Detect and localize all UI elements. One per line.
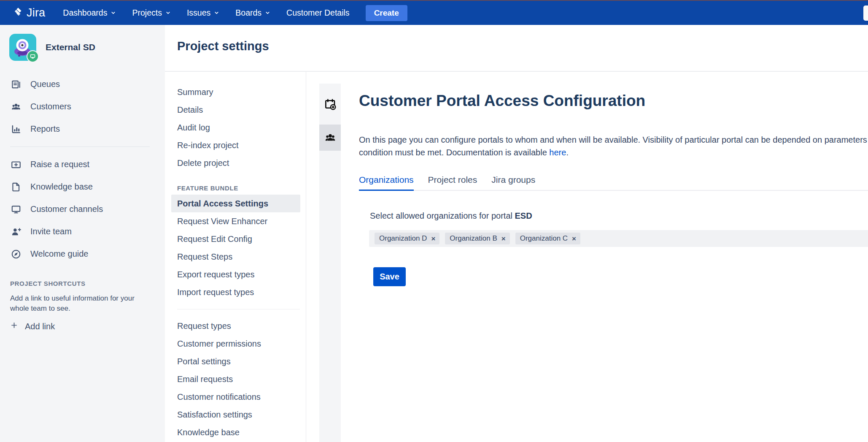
settings-item-delete-project[interactable]: Delete project [165,154,306,172]
project-sidebar: External SD Queues Custom [0,25,165,442]
sidebar-item-raise-request[interactable]: Raise a request [0,153,165,176]
settings-item-email-requests[interactable]: Email requests [165,370,306,388]
documentation-link[interactable]: here [549,148,566,157]
sidebar-item-invite-team[interactable]: Invite team [0,220,165,243]
sidebar-item-label: Raise a request [30,160,89,169]
raise-request-icon [10,159,22,170]
project-name: External SD [46,42,95,52]
chevron-down-icon [111,8,116,18]
sidebar-item-label: Customers [30,102,71,111]
sidebar-item-label: Knowledge base [30,182,93,192]
service-desk-badge [27,50,39,62]
organization-tag[interactable]: Organization D × [375,233,439,244]
sidebar-item-label: Queues [30,79,60,89]
monitor-icon [30,53,36,60]
sidebar-item-knowledge-base[interactable]: Knowledge base [0,176,165,198]
project-avatar[interactable] [9,34,36,61]
reports-icon [10,124,22,135]
save-button[interactable]: Save [373,267,406,286]
settings-item-satisfaction-settings[interactable]: Satisfaction settings [165,406,306,423]
settings-item-customer-permissions[interactable]: Customer permissions [165,335,306,353]
nav-menu: Dashboards Projects Issues Boards Custom… [63,8,349,18]
settings-item-knowledge-base[interactable]: Knowledge base [165,423,306,441]
invite-team-icon [10,226,22,237]
sidebar-menu: Queues Customers [0,73,165,265]
project-header: External SD [9,34,95,61]
sidebar-item-label: Welcome guide [30,249,88,259]
sidebar-item-customer-channels[interactable]: Customer channels [0,198,165,220]
tab-project-roles[interactable]: Project roles [428,175,477,191]
jira-logo[interactable]: Jira [13,6,45,19]
tab-bar: Organizations Project roles Jira groups [359,175,868,191]
description-suffix: . [566,148,569,157]
chevron-down-icon [265,8,270,18]
settings-item-reindex-project[interactable]: Re-index project [165,136,306,154]
plus-icon [10,321,18,331]
nav-item-issues[interactable]: Issues [187,8,219,18]
groups-icon [324,131,337,144]
feature-icon-rail [319,84,341,442]
sidebar-item-label: Customer channels [30,204,103,214]
portal-access-main-panel: Customer Portal Access Configuration On … [307,72,868,442]
settings-item-customer-notifications[interactable]: Customer notifications [165,388,306,406]
nav-item-dashboards[interactable]: Dashboards [63,8,116,18]
welcome-guide-icon [10,249,22,260]
sidebar-item-customers[interactable]: Customers [0,95,165,118]
settings-item-request-view-enhancer[interactable]: Request View Enhancer [165,212,306,230]
chevron-down-icon [165,8,171,18]
organization-tag[interactable]: Organization B × [445,233,509,244]
main-heading: Customer Portal Access Configuration [359,92,645,110]
jira-logo-text: Jira [27,6,45,19]
settings-item-details[interactable]: Details [165,101,306,119]
sidebar-divider [10,146,150,147]
remove-tag-icon[interactable]: × [431,235,435,242]
create-button[interactable]: Create [366,5,407,21]
page-title: Project settings [177,39,269,53]
sidebar-item-queues[interactable]: Queues [0,73,165,95]
customers-icon [10,101,22,112]
chevron-down-icon [214,8,219,18]
settings-menu-divider [177,309,300,309]
remove-tag-icon[interactable]: × [501,235,506,242]
organization-tag-label: Organization B [450,234,497,243]
calendar-add-icon [324,98,337,111]
description-text: On this page you can configure portals t… [359,135,868,157]
sidebar-item-welcome-guide[interactable]: Welcome guide [0,243,165,265]
settings-header: Project settings [165,25,868,72]
settings-item-request-edit-config[interactable]: Request Edit Config [165,230,306,248]
settings-item-request-types[interactable]: Request types [165,317,306,335]
portal-code: ESD [515,211,532,220]
add-link-label: Add link [25,322,55,331]
sidebar-item-reports[interactable]: Reports [0,118,165,140]
rail-groups-button[interactable] [319,125,341,151]
settings-item-audit-log[interactable]: Audit log [165,119,306,136]
nav-item-customer-details[interactable]: Customer Details [286,8,350,18]
settings-item-import-request-types[interactable]: Import request types [165,283,306,301]
top-navigation-bar: Jira Dashboards Projects Issues Boards C… [0,1,868,25]
settings-item-portal-access-settings[interactable]: Portal Access Settings [171,195,300,212]
select-organizations-label: Select allowed organizations for portal … [370,211,532,221]
settings-item-export-request-types[interactable]: Export request types [165,266,306,283]
nav-item-boards[interactable]: Boards [235,8,270,18]
nav-right-partial-control[interactable] [863,5,868,21]
sidebar-item-label: Reports [30,124,60,134]
tab-jira-groups[interactable]: Jira groups [491,175,535,191]
project-shortcuts-description: Add a link to useful information for you… [10,293,141,314]
settings-menu: Summary Details Audit log Re-index proje… [165,72,306,442]
settings-item-portal-settings[interactable]: Portal settings [165,353,306,370]
organizations-multiselect[interactable]: Organization D × Organization B × Organi… [369,230,868,247]
rail-calendar-add-button[interactable] [319,84,341,125]
feature-bundle-heading: FEATURE BUNDLE [165,182,306,195]
tab-organizations[interactable]: Organizations [359,175,414,191]
knowledge-base-icon [10,182,22,193]
queues-icon [10,79,22,90]
organization-tag[interactable]: Organization C × [515,233,580,244]
settings-item-summary[interactable]: Summary [165,83,306,101]
remove-tag-icon[interactable]: × [572,235,576,242]
settings-item-request-steps[interactable]: Request Steps [165,248,306,266]
nav-item-projects[interactable]: Projects [132,8,170,18]
project-shortcuts-heading: PROJECT SHORTCUTS [10,280,86,287]
add-link-button[interactable]: Add link [10,321,55,331]
sidebar-item-label: Invite team [30,227,72,236]
organization-tag-label: Organization C [520,234,568,243]
